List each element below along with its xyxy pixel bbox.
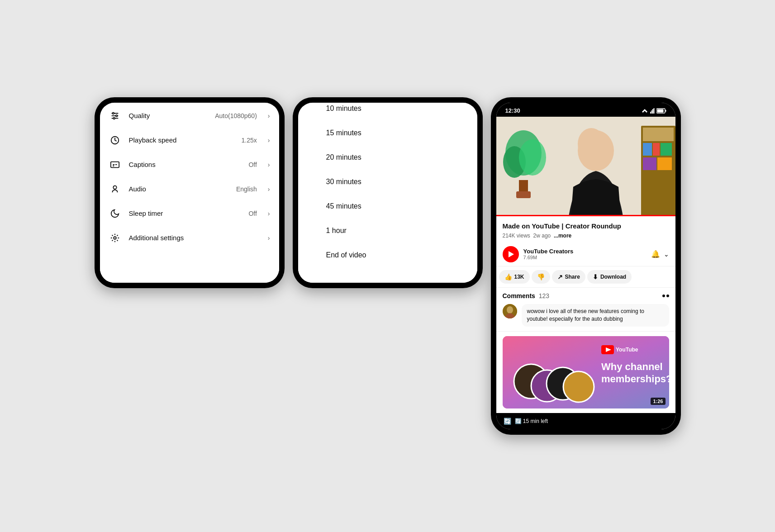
- svg-point-25: [113, 186, 116, 189]
- sleep-timer-item[interactable]: Sleep timer Off ›: [100, 201, 279, 226]
- comment-item: wowow i love all of these new features c…: [503, 304, 669, 327]
- download-button-3[interactable]: ⬇ Download: [587, 270, 632, 284]
- playback-speed-value: 1.25x: [242, 137, 257, 144]
- phone-3: 12:30: [491, 97, 681, 434]
- share-icon-3: ↗: [557, 273, 563, 280]
- svg-rect-47: [657, 109, 663, 112]
- sleep-timer-label: Sleep timer: [129, 209, 241, 217]
- sleep-10min-item[interactable]: ✓ 10 minutes: [298, 103, 477, 121]
- audio-label: Audio: [129, 185, 228, 193]
- sleep-timer-chevron-icon: ›: [268, 210, 270, 217]
- rec-thumb-content: Why channel memberships? YouTube 1:26: [503, 336, 669, 408]
- actions-row-3: 👍 13K 👎 ↗ Share ⬇ Download: [496, 266, 675, 287]
- svg-text:YouTube: YouTube: [616, 347, 638, 353]
- video-player-3[interactable]: [496, 117, 675, 216]
- channel-subs-3: 7.69M: [523, 255, 651, 260]
- channel-name-3[interactable]: YouTube Creators: [523, 248, 651, 255]
- svg-point-26: [114, 237, 116, 239]
- audio-icon: [109, 183, 121, 195]
- thumbs-up-icon-3: 👍: [504, 273, 512, 280]
- sleep-timer-icon-bar: 🔄: [504, 418, 511, 425]
- comment-text: wowow i love all of these new features c…: [522, 304, 669, 327]
- quality-icon: [109, 110, 121, 122]
- recommended-video-card[interactable]: Why channel memberships? YouTube 1:26: [496, 332, 675, 413]
- svg-rect-53: [653, 143, 660, 156]
- phones-container: 12:30: [95, 97, 681, 434]
- like-button-3[interactable]: 👍 13K: [499, 270, 530, 284]
- sleep-45min-item[interactable]: ✓ 45 minutes: [298, 194, 477, 218]
- svg-rect-44: [653, 108, 654, 114]
- svg-rect-51: [643, 128, 674, 141]
- svg-point-17: [112, 113, 114, 114]
- dislike-button-3[interactable]: 👎: [532, 270, 550, 284]
- signal-icon-3: [650, 108, 655, 114]
- video-info-3: Made on YouTube | Creator Roundup 214K v…: [496, 216, 675, 242]
- sleep-20min-item[interactable]: ✓ 20 minutes: [298, 145, 477, 170]
- sleep-timer-icon: [109, 208, 121, 219]
- playback-speed-label: Playback speed: [129, 136, 233, 144]
- expand-icon-3[interactable]: ⌄: [664, 251, 669, 258]
- quality-item[interactable]: Quality Auto(1080p60) ›: [100, 104, 279, 128]
- bell-icon-3[interactable]: 🔔: [651, 250, 660, 258]
- sleep-endvideo-label: End of video: [326, 251, 366, 259]
- sleep-15min-item[interactable]: ✓ 15 minutes: [298, 121, 477, 145]
- additional-settings-label: Additional settings: [129, 234, 260, 242]
- playback-speed-item[interactable]: Playback speed 1.25x ›: [100, 128, 279, 152]
- yt-play-icon-3: [509, 251, 514, 257]
- download-icon-3: ⬇: [593, 273, 598, 280]
- captions-icon: [109, 159, 121, 171]
- sleep-timer-value: Off: [248, 210, 257, 217]
- sleep-15min-label: 15 minutes: [326, 129, 361, 137]
- sleep-30min-item[interactable]: ✓ 30 minutes: [298, 170, 477, 194]
- svg-text:memberships?: memberships?: [601, 373, 669, 385]
- settings-sheet-1: Quality Auto(1080p60) › Playback speed 1…: [100, 103, 279, 283]
- sleep-1hr-item[interactable]: ✓ 1 hour: [298, 218, 477, 243]
- sleep-endvideo-item[interactable]: ✓ End of video: [298, 243, 477, 267]
- audio-item[interactable]: Audio English ›: [100, 177, 279, 201]
- rec-thumb-svg: Why channel memberships? YouTube: [503, 336, 669, 408]
- sleep-timer-bar[interactable]: 🔄 🔄 15 min left: [496, 413, 675, 429]
- svg-text:Why channel: Why channel: [601, 361, 663, 372]
- comment-avatar: [503, 304, 517, 318]
- svg-rect-41: [650, 112, 651, 114]
- captions-item[interactable]: Captions Off ›: [100, 152, 279, 177]
- sleep-20min-label: 20 minutes: [326, 153, 361, 162]
- additional-settings-chevron-icon: ›: [268, 234, 270, 242]
- quality-label: Quality: [129, 112, 207, 119]
- comment-sort-icon[interactable]: [662, 294, 669, 297]
- phone-1: 12:30: [95, 97, 285, 288]
- sleep-10min-label: 10 minutes: [326, 104, 361, 113]
- channel-icon-3[interactable]: [503, 246, 519, 262]
- wifi-icon-3: [641, 108, 648, 114]
- channel-info-3: YouTube Creators 7.69M: [523, 248, 651, 260]
- phone-2: 12:30: [293, 97, 483, 288]
- time-3: 12:30: [505, 107, 520, 114]
- rec-video-duration: 1:26: [651, 398, 665, 405]
- svg-point-18: [115, 115, 117, 117]
- video-title-3: Made on YouTube | Creator Roundup: [503, 222, 669, 231]
- svg-rect-52: [643, 143, 652, 156]
- sleep-timer-bar-label: 🔄 15 min left: [515, 418, 548, 424]
- additional-settings-item[interactable]: Additional settings ›: [100, 226, 279, 250]
- svg-point-70: [563, 371, 594, 402]
- captions-label: Captions: [129, 161, 241, 168]
- sleep-45min-label: 45 minutes: [326, 202, 361, 210]
- comments-header: Comments 123: [503, 292, 669, 299]
- svg-rect-46: [665, 110, 666, 112]
- audio-value: English: [236, 185, 257, 193]
- additional-settings-icon: [109, 232, 121, 244]
- thumbs-down-icon-3: 👎: [537, 273, 545, 280]
- svg-point-65: [507, 306, 513, 314]
- svg-rect-55: [643, 157, 656, 170]
- svg-rect-54: [661, 143, 672, 156]
- progress-bar-3-red: [496, 215, 675, 216]
- rec-video-thumbnail: Why channel memberships? YouTube 1:26: [503, 336, 669, 408]
- channel-actions-3: 🔔 ⌄: [651, 250, 669, 258]
- video-meta-3: 214K views 2w ago ...more: [503, 233, 669, 239]
- share-button-3[interactable]: ↗ Share: [552, 270, 585, 284]
- svg-rect-61: [516, 191, 531, 198]
- quality-chevron-icon: ›: [268, 112, 270, 119]
- svg-point-63: [578, 128, 605, 160]
- comments-section: Comments 123: [496, 287, 675, 332]
- battery-icon-3: [656, 108, 666, 114]
